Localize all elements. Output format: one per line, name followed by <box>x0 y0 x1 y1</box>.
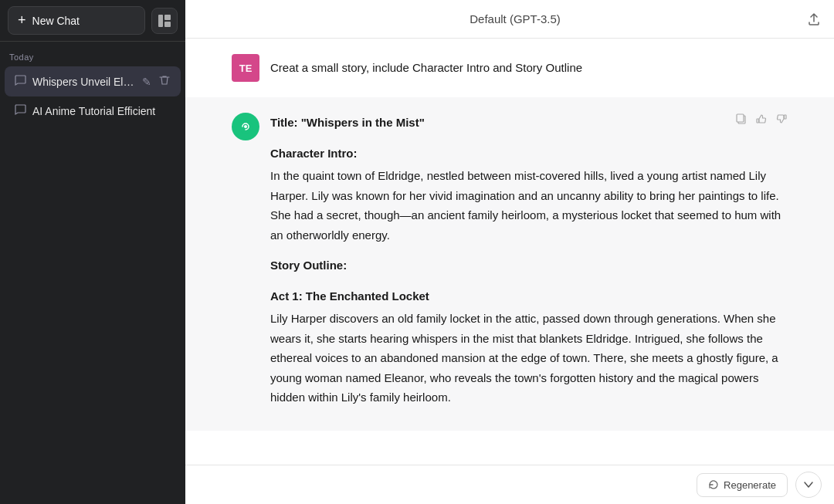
share-button[interactable] <box>806 12 822 27</box>
chat-title-1: Whispers Unveil Eldrid <box>32 76 134 88</box>
main-area: Default (GPT-3.5) TE Creat a small story… <box>185 0 834 504</box>
act1-heading: Act 1: The Enchanted Locket <box>270 286 788 306</box>
svg-rect-0 <box>158 15 163 27</box>
chat-icon-2 <box>14 103 26 118</box>
bottom-bar: Regenerate <box>185 465 834 504</box>
scroll-down-button[interactable] <box>795 472 822 498</box>
act1-text: Lily Harper discovers an old family lock… <box>270 309 788 408</box>
ai-message-actions <box>735 113 788 128</box>
user-message-row: TE Creat a small story, include Characte… <box>185 39 834 97</box>
share-icon <box>806 12 822 27</box>
thumbs-up-icon[interactable] <box>755 113 768 128</box>
user-message-text: Creat a small story, include Character I… <box>270 54 582 77</box>
new-chat-button[interactable]: + New Chat <box>8 6 145 35</box>
story-title: Title: "Whispers in the Mist" <box>270 113 788 133</box>
ai-message-row: Title: "Whispers in the Mist" Character … <box>185 97 834 431</box>
sidebar-item-whispers[interactable]: Whispers Unveil Eldrid ✎ <box>5 66 181 96</box>
copy-icon[interactable] <box>735 113 748 128</box>
sidebar-header: + New Chat <box>0 0 185 42</box>
ai-avatar <box>232 113 259 140</box>
char-intro-text: In the quaint town of Eldridge, nestled … <box>270 166 788 245</box>
svg-rect-8 <box>785 115 787 119</box>
sidebar-item-anime[interactable]: AI Anime Tutorial Efficient <box>5 96 181 125</box>
new-chat-label: New Chat <box>32 15 80 27</box>
svg-rect-2 <box>164 22 171 27</box>
chat-title-2: AI Anime Tutorial Efficient <box>32 105 171 117</box>
char-intro-heading: Character Intro: <box>270 144 788 164</box>
scroll-down-icon <box>803 479 814 490</box>
topbar-title: Default (GPT-3.5) <box>224 12 806 25</box>
svg-rect-7 <box>757 119 759 123</box>
ai-message-content: Title: "Whispers in the Mist" Character … <box>270 113 788 415</box>
topbar: Default (GPT-3.5) <box>185 0 834 39</box>
svg-point-4 <box>244 125 247 128</box>
edit-icon-1[interactable]: ✎ <box>141 74 153 90</box>
regenerate-button[interactable]: Regenerate <box>697 473 788 497</box>
svg-rect-1 <box>164 15 171 20</box>
user-avatar: TE <box>232 54 259 82</box>
layout-icon <box>158 14 171 28</box>
plus-icon: + <box>18 12 26 29</box>
section-today-label: Today <box>0 42 185 66</box>
regenerate-label: Regenerate <box>724 479 776 491</box>
sidebar-layout-button[interactable] <box>151 8 178 34</box>
chat-content: TE Creat a small story, include Characte… <box>185 39 834 465</box>
regenerate-icon <box>708 479 719 490</box>
thumbs-down-icon[interactable] <box>775 113 788 128</box>
story-outline-heading: Story Outline: <box>270 255 788 276</box>
sidebar: + New Chat Today Whispers Unveil Eldrid … <box>0 0 185 504</box>
delete-icon-1[interactable] <box>158 73 171 90</box>
svg-rect-6 <box>737 114 744 122</box>
chat-item-actions-1: ✎ <box>141 73 171 90</box>
chat-icon-1 <box>14 74 26 89</box>
